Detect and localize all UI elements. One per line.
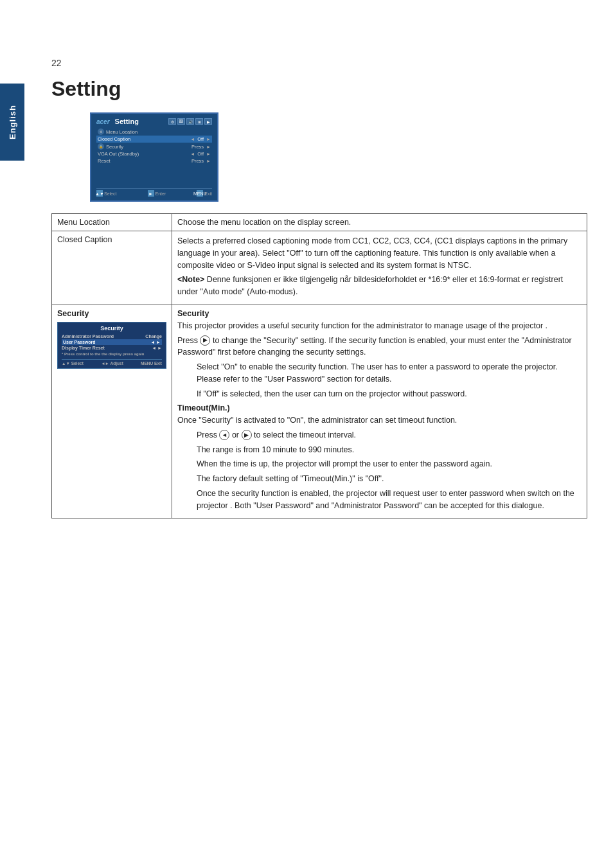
osd-header: acer Setting ⚙ 🖼 🔊 ⊞ ▶ (96, 118, 212, 125)
def-timeout-range: The range is from 10 minute to 990 minut… (197, 444, 582, 456)
left-arrow-icon: ◄ (219, 430, 229, 440)
def-closed-caption-note: <Note> Denne funksjonen er ikke tilgjeng… (177, 274, 582, 298)
osd-icon-2: 🖼 (177, 118, 185, 125)
def-timeout-title: Timeout(Min.) Once "Security" is activat… (177, 402, 582, 427)
main-content: Setting acer Setting ⚙ 🖼 🔊 ⊞ ▶ ⚙ Menu Lo… (51, 77, 587, 518)
osd-logo: acer (96, 118, 110, 125)
osd-security-icon: 🔒 (98, 143, 104, 150)
osd-nav-enter-label: Enter (155, 191, 166, 196)
security-screenshot: Security Administrator Password Change U… (57, 322, 166, 369)
osd-right-arrow-3: ► (206, 152, 211, 156)
osd-row-menu-location: ⚙ Menu Location (96, 128, 212, 136)
sec-row-3: Display Timer Reset ◄ ► (62, 345, 162, 351)
def-timeout-prompt: When the time is up, the projector will … (197, 458, 582, 470)
osd-menu-icon: ⚙ (98, 128, 104, 135)
table-row-menu-location: Menu Location Choose the menu location o… (52, 214, 587, 231)
sec-nav-select: ▲▼ Select (62, 361, 84, 366)
sec-label-3: Display Timer Reset (62, 346, 105, 350)
table-row-security: Security Security Administrator Password… (52, 305, 587, 518)
osd-menu-location-label: Menu Location (106, 129, 138, 135)
sec-value-3: ◄ ► (152, 346, 162, 350)
osd-nav-exit: MENU Exit (197, 190, 212, 197)
osd-row-empty-3 (96, 179, 212, 186)
osd-vga-label: VGA Out (Standby) (98, 151, 139, 157)
osd-row-security: 🔒 Security Press ► (96, 143, 212, 150)
def-closed-caption: Selects a preferred closed captioning mo… (172, 231, 587, 305)
osd-row-vga: VGA Out (Standby) ◄ Off ► (96, 150, 212, 157)
page-title: Setting (51, 77, 587, 101)
sec-row-1: Administrator Password Change (62, 333, 162, 339)
term-security: Security Security Administrator Password… (52, 305, 172, 518)
sec-arrows-2: ◄ ► (150, 340, 161, 344)
osd-closed-caption-value: Off (197, 136, 204, 142)
table-row-closed-caption: Closed Caption Selects a preferred close… (52, 231, 587, 305)
term-security-label: Security (57, 309, 166, 318)
osd-icon-3: 🔊 (186, 118, 194, 125)
right-arrow-icon-2: ▶ (242, 430, 252, 440)
info-table: Menu Location Choose the menu location o… (51, 213, 587, 518)
osd-nav-select: ▲▼ Select (96, 190, 116, 197)
def-security-on: Select "On" to enable the security funct… (197, 361, 582, 400)
osd-screenshot: acer Setting ⚙ 🖼 🔊 ⊞ ▶ ⚙ Menu Location (90, 112, 218, 202)
osd-nav-select-label: Select (104, 191, 116, 196)
osd-row-closed-caption: Closed Caption ◄ Off ► (96, 136, 212, 143)
osd-nav-arrow-enter: ► (148, 190, 154, 197)
sec-value-1: Change (145, 334, 162, 339)
def-timeout-request: Once the security function is enabled, t… (197, 488, 582, 512)
def-menu-location-text: Choose the menu location on the display … (177, 218, 351, 227)
side-tab-label: English (8, 105, 17, 139)
def-closed-caption-text: Selects a preferred closed captioning mo… (177, 235, 582, 271)
def-security: Security This projector provides a usefu… (172, 305, 587, 518)
def-menu-location: Choose the menu location on the display … (172, 214, 587, 231)
osd-title: Setting (115, 118, 166, 125)
osd-security-value: Press (191, 144, 204, 150)
sec-label-2: User Password (63, 340, 96, 344)
osd-left-arrow-3: ◄ (190, 152, 195, 156)
osd-closed-caption-label: Closed Caption (98, 136, 130, 142)
right-arrow-icon: ▶ (200, 335, 210, 346)
osd-nav-arrow-exit: MENU (197, 190, 203, 197)
def-timeout-default: The factory default setting of "Timeout(… (197, 473, 582, 485)
osd-nav-exit-label: Exit (204, 191, 212, 196)
def-security-on-text: Select "On" to enable the security funct… (197, 361, 582, 385)
def-security-off-text: If "Off" is selected, then the user can … (197, 388, 582, 400)
term-closed-caption: Closed Caption (52, 231, 172, 305)
sec-nav: ▲▼ Select ◄► Adjust MENU Exit (62, 359, 162, 366)
osd-nav-enter: ► Enter (148, 190, 166, 197)
osd-reset-label: Reset (98, 158, 111, 164)
osd-vga-value: Off (197, 151, 204, 157)
def-security-press: Press ▶ to change the "Security" setting… (177, 335, 582, 359)
term-menu-location: Menu Location (52, 214, 172, 231)
sec-label-1: Administrator Password (62, 334, 114, 339)
sec-screenshot-title: Security (62, 325, 162, 332)
sec-note: * Press control to the the display press… (62, 352, 162, 357)
osd-box: acer Setting ⚙ 🖼 🔊 ⊞ ▶ ⚙ Menu Location (90, 112, 218, 202)
osd-row-empty-2 (96, 172, 212, 179)
def-timeout-details: Press ◄ or ▶ to select the timeout inter… (197, 429, 582, 512)
def-security-title: Security (177, 309, 582, 318)
osd-reset-value: Press (191, 158, 204, 164)
osd-icon-4: ⊞ (195, 118, 203, 125)
osd-security-label: Security (106, 144, 123, 150)
osd-left-arrow-1: ◄ (190, 137, 195, 141)
page-number: 22 (51, 58, 62, 68)
osd-icon-1: ⚙ (168, 118, 176, 125)
osd-nav-arrow-select: ▲▼ (96, 190, 103, 197)
def-timeout-press: Press ◄ or ▶ to select the timeout inter… (197, 429, 582, 441)
sec-nav-exit: MENU Exit (141, 361, 162, 366)
osd-row-empty-1 (96, 164, 212, 172)
def-security-intro: This projector provides a useful securit… (177, 320, 582, 332)
sec-nav-adjust: ◄► Adjust (101, 361, 123, 366)
side-tab: English (0, 84, 24, 161)
osd-icon-5: ▶ (204, 118, 212, 125)
osd-nav-bar: ▲▼ Select ► Enter MENU Exit (96, 188, 212, 197)
osd-right-arrow-1: ► (206, 137, 211, 141)
sec-row-2: User Password ◄ ► (62, 339, 162, 345)
osd-icons: ⚙ 🖼 🔊 ⊞ ▶ (168, 118, 212, 125)
osd-right-arrow-2: ► (206, 145, 211, 149)
osd-row-reset: Reset Press ► (96, 157, 212, 164)
osd-right-arrow-4: ► (206, 159, 211, 163)
